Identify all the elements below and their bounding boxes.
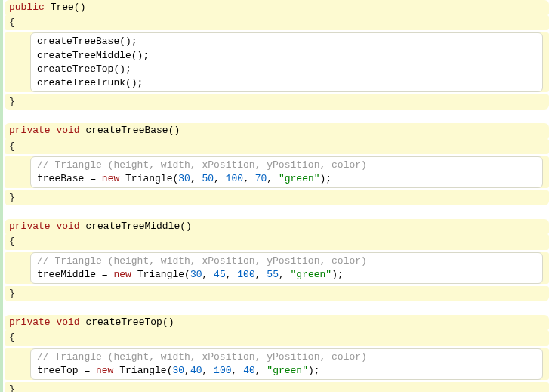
close-brace: } — [5, 94, 549, 110]
method-name: createTreeBase — [85, 125, 168, 136]
var-name: treeMiddle — [37, 269, 96, 280]
method-block: private void createTreeTop() { // Triang… — [5, 315, 549, 392]
string-literal: "green" — [267, 365, 308, 376]
open-brace: { — [5, 330, 549, 345]
code-line: createTreeTop(); — [37, 63, 536, 76]
comment-line: // Triangle (height, width, xPosition, y… — [37, 159, 536, 172]
method-body: // Triangle (height, width, xPosition, y… — [30, 156, 543, 188]
code-line: createTreeTrunk(); — [37, 76, 536, 90]
string-literal: "green" — [279, 173, 320, 184]
access-modifier: private — [9, 316, 51, 328]
close-brace: } — [5, 382, 549, 392]
body-wrapper: createTreeBase(); createTreeMiddle(); cr… — [5, 32, 549, 92]
open-brace: { — [5, 234, 549, 249]
body-wrapper: // Triangle (height, width, xPosition, y… — [5, 156, 549, 188]
method-signature: public Tree() — [5, 0, 549, 15]
new-keyword: new — [96, 365, 113, 376]
method-name: createTreeTop — [85, 316, 162, 328]
assignment-line: treeTop = new Triangle(30,40, 100, 40, "… — [37, 364, 536, 378]
return-type: void — [56, 316, 79, 328]
class-name: Triangle — [137, 269, 184, 280]
method-block: public Tree() { createTreeBase(); create… — [5, 0, 549, 110]
close-brace: } — [5, 190, 549, 205]
method-name: Tree — [51, 2, 74, 13]
body-wrapper: // Triangle (height, width, xPosition, y… — [5, 252, 549, 284]
method-name: createTreeMiddle — [85, 221, 180, 232]
params: () — [180, 221, 192, 232]
class-name: Triangle — [125, 173, 172, 184]
comment-line: // Triangle (height, width, xPosition, y… — [37, 255, 536, 268]
close-brace: } — [5, 286, 549, 301]
params: () — [74, 2, 86, 13]
code-container: public Tree() { createTreeBase(); create… — [0, 0, 549, 392]
method-body: // Triangle (height, width, xPosition, y… — [30, 348, 543, 380]
assignment-line: treeBase = new Triangle(30, 50, 100, 70,… — [37, 172, 536, 186]
comment-line: // Triangle (height, width, xPosition, y… — [37, 350, 536, 364]
var-name: treeBase — [37, 173, 84, 184]
method-body: // Triangle (height, width, xPosition, y… — [30, 252, 543, 284]
open-brace: { — [5, 139, 549, 154]
new-keyword: new — [102, 173, 119, 184]
string-literal: "green" — [291, 269, 332, 280]
method-body: createTreeBase(); createTreeMiddle(); cr… — [30, 32, 543, 92]
assignment-line: treeMiddle = new Triangle(30, 45, 100, 5… — [37, 268, 536, 282]
new-keyword: new — [113, 269, 131, 280]
return-type: void — [56, 125, 79, 136]
method-block: private void createTreeMiddle() { // Tri… — [5, 219, 549, 301]
params: () — [168, 125, 180, 136]
method-signature: private void createTreeBase() — [5, 123, 549, 138]
var-name: treeTop — [37, 365, 79, 376]
method-block: private void createTreeBase() { // Trian… — [5, 123, 549, 205]
access-modifier: private — [9, 221, 51, 232]
code-line: createTreeBase(); — [37, 35, 536, 48]
open-brace: { — [5, 15, 549, 30]
body-wrapper: // Triangle (height, width, xPosition, y… — [5, 348, 549, 380]
method-signature: private void createTreeTop() — [5, 315, 549, 330]
return-type: void — [56, 221, 79, 232]
class-name: Triangle — [119, 365, 166, 376]
space — [45, 2, 51, 13]
access-modifier: public — [9, 2, 45, 13]
access-modifier: private — [9, 125, 51, 136]
method-signature: private void createTreeMiddle() — [5, 219, 549, 234]
code-line: createTreeMiddle(); — [37, 49, 536, 63]
params: () — [162, 316, 174, 328]
